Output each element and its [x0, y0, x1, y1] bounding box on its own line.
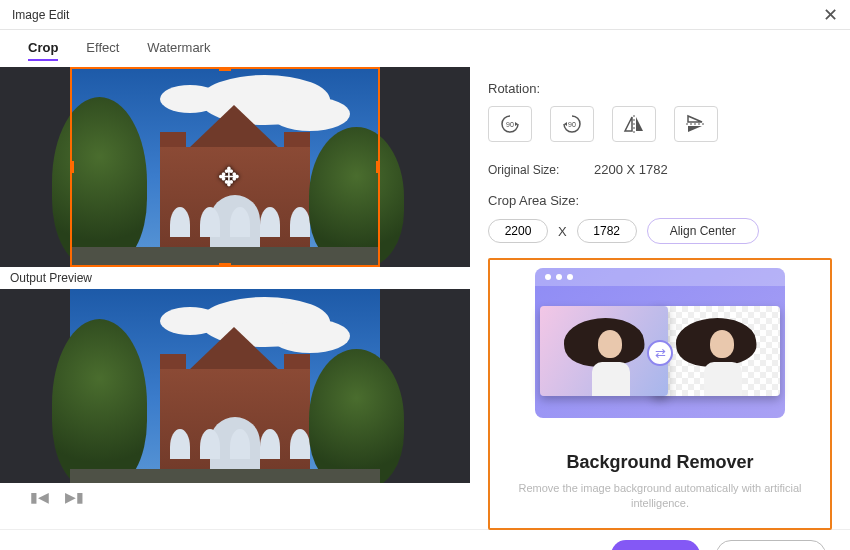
output-image [70, 289, 380, 483]
crop-size-separator: X [558, 224, 567, 239]
title-bar: Image Edit ✕ [0, 0, 850, 30]
dialog-footer: OK Cancel [0, 529, 850, 550]
crop-height-input[interactable] [577, 219, 637, 243]
rotate-left-icon: 90 [560, 113, 584, 135]
ok-button[interactable]: OK [611, 540, 700, 551]
flip-vertical-button[interactable] [674, 106, 718, 142]
swap-icon: ⇄ [647, 340, 673, 366]
crop-area-size-label: Crop Area Size: [488, 193, 832, 208]
promo-illustration: ⇄ [535, 268, 785, 418]
crop-size-row: X Align Center [488, 218, 832, 244]
tab-effect[interactable]: Effect [86, 40, 119, 61]
rotate-right-icon: 90 [498, 113, 522, 135]
flip-horizontal-button[interactable] [612, 106, 656, 142]
crop-handle-left[interactable] [70, 161, 74, 173]
tab-crop[interactable]: Crop [28, 40, 58, 61]
align-center-button[interactable]: Align Center [647, 218, 759, 244]
crop-handle-bottom[interactable] [219, 263, 231, 267]
promo-subtitle: Remove the image background automaticall… [500, 481, 820, 512]
move-icon[interactable]: ✥ [218, 162, 240, 193]
main-body: ✥ Output Preview ▮◀ ▶▮ Rotation: [0, 67, 850, 529]
svg-text:90: 90 [506, 121, 514, 128]
tab-watermark[interactable]: Watermark [147, 40, 210, 61]
preview-nav: ▮◀ ▶▮ [0, 483, 470, 511]
svg-text:90: 90 [568, 121, 576, 128]
rotation-buttons: 90 90 [488, 106, 832, 142]
background-remover-promo[interactable]: ⇄ Background Remover Remove the image ba… [488, 258, 832, 530]
window-title: Image Edit [12, 8, 69, 22]
rotate-right-button[interactable]: 90 [488, 106, 532, 142]
original-size-value: 2200 X 1782 [594, 162, 668, 177]
crop-preview[interactable]: ✥ [0, 67, 470, 267]
rotate-left-button[interactable]: 90 [550, 106, 594, 142]
crop-width-input[interactable] [488, 219, 548, 243]
next-icon[interactable]: ▶▮ [65, 489, 84, 505]
cancel-button[interactable]: Cancel [716, 540, 826, 551]
close-icon[interactable]: ✕ [823, 6, 838, 24]
original-size-row: Original Size: 2200 X 1782 [488, 162, 832, 177]
output-preview [0, 289, 470, 483]
rotation-label: Rotation: [488, 81, 832, 96]
crop-handle-top[interactable] [219, 67, 231, 71]
preview-panel: ✥ Output Preview ▮◀ ▶▮ [0, 67, 470, 529]
flip-horizontal-icon [622, 113, 646, 135]
original-size-label: Original Size: [488, 163, 578, 177]
crop-handle-right[interactable] [376, 161, 380, 173]
output-preview-label: Output Preview [0, 267, 470, 289]
controls-panel: Rotation: 90 90 Original Size: 2200 X 17… [470, 67, 850, 529]
prev-icon[interactable]: ▮◀ [30, 489, 49, 505]
tab-bar: Crop Effect Watermark [0, 30, 850, 67]
flip-vertical-icon [684, 113, 708, 135]
promo-title: Background Remover [566, 452, 753, 473]
